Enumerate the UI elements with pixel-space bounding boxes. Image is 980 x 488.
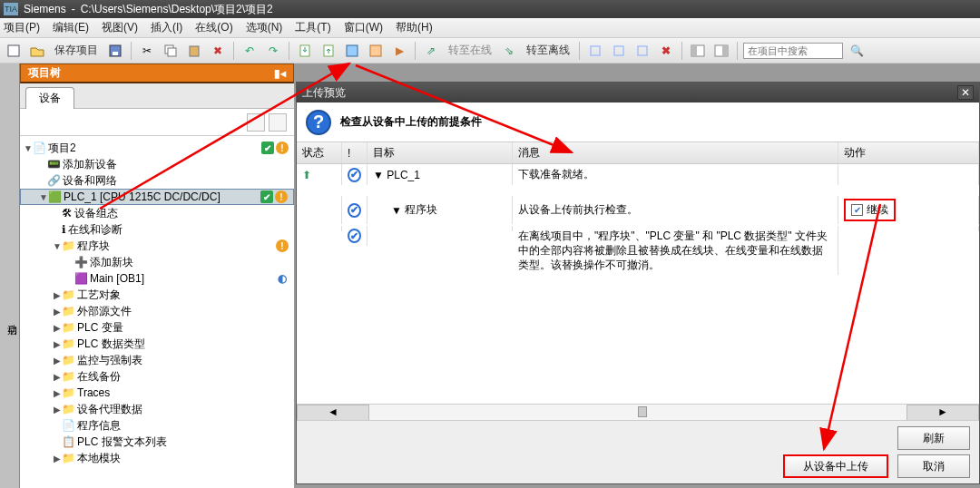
svg-rect-2 xyxy=(113,52,118,55)
project-path: C:\Users\Siemens\Desktop\项目2\项目2 xyxy=(81,2,273,17)
col-target[interactable]: 目标 xyxy=(368,142,513,163)
horizontal-scrollbar[interactable]: ◄ ► xyxy=(297,404,979,420)
svg-rect-12 xyxy=(638,46,647,55)
tree-alarm-text[interactable]: 📋PLC 报警文本列表 xyxy=(20,434,294,450)
redo-icon[interactable]: ↷ xyxy=(263,41,283,61)
cross-ref-icon[interactable]: ✖ xyxy=(656,41,676,61)
compile-icon[interactable] xyxy=(342,41,362,61)
tree-local-modules[interactable]: ▶📁本地模块 xyxy=(20,450,294,466)
tree-tech-objects[interactable]: ▶📁工艺对象 xyxy=(20,287,294,303)
tool3-icon[interactable] xyxy=(632,41,652,61)
svg-rect-10 xyxy=(591,46,600,55)
tree-plc1[interactable]: ▼🟩 PLC_1 [CPU 1215C DC/DC/DC] ✔ ! xyxy=(20,189,294,205)
grid-header: 状态 ! 目标 消息 动作 xyxy=(297,142,979,164)
main-toolbar: 保存项目 ✂ ✖ ↶ ↷ ▶ ⇗ 转至在线 ⇘ 转至离线 ✖ 🔍 xyxy=(0,38,980,63)
question-icon: ? xyxy=(306,110,331,135)
tree-online-diag[interactable]: ℹ在线和诊断 xyxy=(20,221,294,238)
tree-add-device[interactable]: 📟添加新设备 xyxy=(20,156,294,172)
tree-root[interactable]: ▼📄 项目2 ✔ ! xyxy=(20,140,294,156)
col-action[interactable]: 动作 xyxy=(838,142,979,163)
menu-options[interactable]: 选项(N) xyxy=(246,20,283,35)
menu-online[interactable]: 在线(O) xyxy=(195,20,232,35)
simulate-icon[interactable] xyxy=(366,41,386,61)
tree-ext-sources[interactable]: ▶📁外部源文件 xyxy=(20,303,294,319)
menu-tools[interactable]: 工具(T) xyxy=(295,20,330,35)
undo-icon[interactable]: ↶ xyxy=(240,41,260,61)
tree-detail-icon[interactable] xyxy=(269,113,287,132)
dialog-grid: 状态 ! 目标 消息 动作 ⬆ ✔ ▼ PLC_1 下载准备就绪。 xyxy=(297,142,979,420)
menu-window[interactable]: 窗口(W) xyxy=(344,20,383,35)
menu-project[interactable]: 项目(P) xyxy=(4,20,40,35)
save-button[interactable]: 保存项目 xyxy=(51,43,102,58)
save-icon[interactable] xyxy=(105,41,125,61)
add-block-icon: ➕ xyxy=(74,256,88,268)
menu-edit[interactable]: 编辑(E) xyxy=(53,20,89,35)
close-icon[interactable]: ✕ xyxy=(957,85,974,100)
go-online-button[interactable]: 转至在线 xyxy=(445,43,495,58)
start-icon[interactable]: ▶ xyxy=(389,41,409,61)
go-offline-button[interactable]: 转至离线 xyxy=(523,43,573,58)
folder-icon: 📁 xyxy=(62,288,75,301)
col-message[interactable]: 消息 xyxy=(513,142,838,163)
copy-icon[interactable] xyxy=(161,41,181,61)
scroll-track[interactable] xyxy=(369,405,906,420)
grid-row[interactable]: ⬆ ✔ ▼ PLC_1 下载准备就绪。 xyxy=(297,164,979,185)
grid-row[interactable]: ✔ ▼ 程序块 从设备上传前执行检查。 ✔ 继续 xyxy=(297,196,979,224)
grid-row[interactable]: ✔ 在离线项目中，"程序块"、"PLC 变量" 和 "PLC 数据类型" 文件夹… xyxy=(297,224,979,277)
dialog-header: ? 检查从设备中上传的前提条件 xyxy=(297,102,979,142)
tree-device-config[interactable]: 🛠设备组态 xyxy=(20,205,294,221)
tree-tab-strip: 设备 xyxy=(20,83,294,109)
tool2-icon[interactable] xyxy=(609,41,629,61)
tree-devices-networks[interactable]: 🔗设备和网络 xyxy=(20,172,294,189)
tree-online-backups[interactable]: ▶📁在线备份 xyxy=(20,368,294,385)
folder-icon: 📁 xyxy=(62,321,75,334)
upload-icon[interactable] xyxy=(318,41,338,61)
project-tree[interactable]: ▼📄 项目2 ✔ ! 📟添加新设备 🔗设备和网络 ▼🟩 PLC_1 [CPU 1… xyxy=(20,136,294,488)
tree-traces[interactable]: ▶📁Traces xyxy=(20,385,294,401)
go-offline-icon[interactable]: ⇘ xyxy=(499,41,519,61)
menu-help[interactable]: 帮助(H) xyxy=(396,20,433,35)
scroll-thumb[interactable] xyxy=(638,406,647,417)
tab-devices[interactable]: 设备 xyxy=(25,87,74,109)
download-icon[interactable] xyxy=(295,41,315,61)
cut-icon[interactable]: ✂ xyxy=(137,41,157,61)
tree-plc-tags[interactable]: ▶📁PLC 变量 xyxy=(20,319,294,336)
layout2-icon[interactable] xyxy=(711,41,731,61)
folder-icon: 📁 xyxy=(62,337,75,350)
tool-icon[interactable] xyxy=(585,41,605,61)
open-project-icon[interactable] xyxy=(27,41,47,61)
collapse-pane-icon[interactable]: ▮◂ xyxy=(274,67,286,80)
layout1-icon[interactable] xyxy=(688,41,708,61)
refresh-button[interactable]: 刷新 xyxy=(897,426,970,450)
work-area: 上传预览 ✕ ? 检查从设备中上传的前提条件 状态 ! 目标 消息 动作 ⬆ xyxy=(296,63,980,488)
tree-view-icon[interactable] xyxy=(247,113,265,132)
upload-button[interactable]: 从设备中上传 xyxy=(783,454,888,478)
menu-insert[interactable]: 插入(I) xyxy=(151,20,182,35)
folder-icon: 📁 xyxy=(62,354,75,366)
search-input[interactable] xyxy=(743,43,843,59)
search-icon[interactable]: 🔍 xyxy=(847,41,867,61)
delete-icon[interactable]: ✖ xyxy=(208,41,228,61)
col-status[interactable]: 状态 xyxy=(297,142,342,163)
tree-plc-datatypes[interactable]: ▶📁PLC 数据类型 xyxy=(20,336,294,352)
svg-rect-11 xyxy=(614,46,623,55)
go-online-icon[interactable]: ⇗ xyxy=(421,41,441,61)
cancel-button[interactable]: 取消 xyxy=(897,454,970,478)
tree-proxy-data[interactable]: ▶📁设备代理数据 xyxy=(20,401,294,417)
menu-view[interactable]: 视图(V) xyxy=(102,20,138,35)
action-continue[interactable]: ✔ 继续 xyxy=(844,199,896,221)
status-warn-icon: ! xyxy=(276,239,289,252)
checkbox-icon[interactable]: ✔ xyxy=(851,204,863,216)
title-bar: TIA Siemens - C:\Users\Siemens\Desktop\项… xyxy=(0,0,980,18)
paste-icon[interactable] xyxy=(184,41,204,61)
svg-rect-0 xyxy=(8,45,19,56)
tree-program-info[interactable]: 📄程序信息 xyxy=(20,417,294,434)
dialog-titlebar[interactable]: 上传预览 ✕ xyxy=(297,83,979,102)
side-rail-start[interactable]: 启动 xyxy=(0,63,20,488)
tree-main-ob1[interactable]: 🟪Main [OB1] ◐ xyxy=(20,270,294,287)
tree-add-block[interactable]: ➕添加新块 xyxy=(20,254,294,270)
new-project-icon[interactable] xyxy=(4,41,24,61)
tree-watch-tables[interactable]: ▶📁监控与强制表 xyxy=(20,352,294,368)
tree-program-blocks[interactable]: ▼📁 程序块 ! xyxy=(20,238,294,254)
col-flag[interactable]: ! xyxy=(342,142,368,163)
